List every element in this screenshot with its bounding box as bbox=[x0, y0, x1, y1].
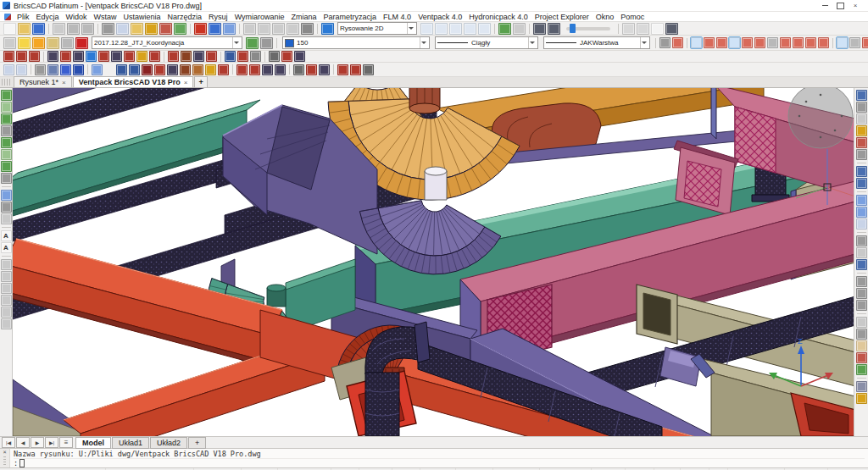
drawing-viewport[interactable]: Z bbox=[13, 88, 854, 436]
regen-icon[interactable] bbox=[92, 64, 103, 75]
hp-table-icon[interactable] bbox=[363, 64, 374, 75]
hp-list-1-icon[interactable] bbox=[337, 64, 348, 75]
hp-fitting-icon[interactable] bbox=[192, 64, 203, 75]
open-file-icon[interactable] bbox=[18, 23, 31, 35]
break-icon[interactable] bbox=[856, 317, 867, 328]
render-ball-icon[interactable] bbox=[856, 381, 867, 392]
solid-box-icon[interactable] bbox=[47, 64, 58, 75]
match-props-2-icon[interactable] bbox=[856, 137, 867, 148]
match-properties-icon[interactable] bbox=[159, 23, 172, 35]
save-icon[interactable] bbox=[32, 23, 45, 35]
snap-clear-icon[interactable] bbox=[837, 37, 848, 48]
vp-fitting-d-icon[interactable] bbox=[206, 51, 217, 62]
hp-radiator-icon[interactable] bbox=[154, 64, 165, 75]
vp-tee-icon[interactable] bbox=[29, 51, 40, 62]
properties-panel-icon[interactable] bbox=[287, 23, 299, 35]
vp-calc-icon[interactable] bbox=[225, 51, 236, 62]
hp-tool-2-icon[interactable] bbox=[249, 64, 260, 75]
vp-fitting-a-icon[interactable] bbox=[168, 51, 179, 62]
block-create-icon[interactable] bbox=[1, 102, 12, 113]
hp-pump-2-icon[interactable] bbox=[129, 64, 140, 75]
vp-fan-icon[interactable] bbox=[98, 51, 109, 62]
move-icon[interactable] bbox=[856, 90, 867, 101]
close-icon[interactable]: × bbox=[184, 79, 188, 86]
snap-perpendicular-icon[interactable] bbox=[754, 37, 765, 48]
print-icon[interactable] bbox=[67, 23, 80, 35]
layers-panel-icon[interactable] bbox=[272, 23, 285, 35]
array-rect-icon[interactable] bbox=[856, 218, 867, 229]
hatch-edit-icon[interactable] bbox=[856, 340, 867, 351]
new-file-icon[interactable] bbox=[3, 23, 16, 35]
paste-icon[interactable] bbox=[131, 23, 143, 35]
format-brush-2-icon[interactable] bbox=[856, 125, 867, 136]
menu-zmiana[interactable]: Zmiana bbox=[288, 13, 320, 21]
vp-list-a-icon[interactable] bbox=[269, 51, 280, 62]
layer-manager-icon[interactable] bbox=[3, 37, 16, 49]
zoom-previous-icon[interactable] bbox=[478, 23, 491, 35]
vp-grille-icon[interactable] bbox=[111, 51, 122, 62]
menu-wymiarowanie[interactable]: Wymiarowanie bbox=[231, 13, 288, 21]
chamfer-icon[interactable] bbox=[856, 300, 867, 311]
command-panel[interactable]: × Nazwa rysunku: U:/Pliki dwg/Ventpack B… bbox=[0, 448, 868, 467]
hp-gear-icon[interactable] bbox=[306, 64, 317, 75]
layer-plot-printer-icon[interactable] bbox=[61, 37, 74, 49]
hp-edit-icon[interactable] bbox=[319, 64, 330, 75]
layout-tool-2-icon[interactable] bbox=[1, 271, 12, 282]
center-mark-icon[interactable] bbox=[856, 178, 867, 189]
delete-icon[interactable] bbox=[194, 23, 207, 35]
menu-hydronicpack-4-0[interactable]: Hydronicpack 4.0 bbox=[465, 13, 531, 21]
hp-pump-1-icon[interactable] bbox=[116, 64, 127, 75]
vp-diffuser-icon[interactable] bbox=[124, 51, 135, 62]
hp-tool-3-icon[interactable] bbox=[262, 64, 273, 75]
snap-midpoint-icon[interactable] bbox=[704, 37, 715, 48]
copy-icon[interactable] bbox=[116, 23, 129, 35]
hp-list-2-icon[interactable] bbox=[350, 64, 361, 75]
layout-nav-2[interactable]: ▶ bbox=[31, 437, 44, 448]
offset-icon[interactable] bbox=[856, 247, 867, 258]
sun-light-icon[interactable] bbox=[856, 393, 867, 404]
extend-icon[interactable] bbox=[856, 276, 867, 287]
hp-boiler-icon[interactable] bbox=[167, 64, 178, 75]
snap-intersection-icon[interactable] bbox=[805, 37, 816, 48]
viewport-config-icon[interactable] bbox=[622, 23, 635, 35]
vp-edit-icon[interactable] bbox=[237, 51, 248, 62]
vp-duct-icon[interactable] bbox=[3, 51, 14, 62]
fillet-icon[interactable] bbox=[856, 288, 867, 299]
hp-tank-icon[interactable] bbox=[205, 64, 216, 75]
layout-nav-1[interactable]: ◀ bbox=[16, 437, 30, 448]
menu-wstaw[interactable]: Wstaw bbox=[91, 13, 120, 21]
workspace-dropdown[interactable]: Rysowanie 2D bbox=[337, 22, 417, 35]
polygon-icon[interactable] bbox=[1, 202, 12, 213]
layout-nav-0[interactable]: |◀ bbox=[2, 437, 15, 448]
hp-tool-1-icon[interactable] bbox=[236, 64, 248, 75]
drawing-explorer-icon[interactable] bbox=[243, 23, 256, 35]
3d-box-icon[interactable] bbox=[637, 23, 649, 35]
format-brush-icon[interactable] bbox=[145, 23, 158, 35]
text-style[interactable]: A bbox=[1, 230, 12, 241]
vp-table-icon[interactable] bbox=[294, 51, 305, 62]
snap-none-icon[interactable] bbox=[849, 37, 860, 48]
doc-tab-ventpack-bricscad-v18-pro[interactable]: Ventpack BricsCAD V18 Pro× bbox=[73, 76, 194, 87]
array-icon[interactable] bbox=[856, 149, 867, 160]
layout-tool-4-icon[interactable] bbox=[1, 295, 12, 306]
hatch-icon[interactable] bbox=[1, 190, 12, 201]
block-insert-icon[interactable] bbox=[1, 90, 12, 101]
mirror-icon[interactable] bbox=[856, 195, 867, 206]
layer-on-bulb-icon[interactable] bbox=[18, 37, 31, 49]
render-icon[interactable] bbox=[548, 23, 560, 35]
layer-lock-icon[interactable] bbox=[47, 37, 59, 49]
layout-tab-uk-ad1[interactable]: Układ1 bbox=[112, 437, 149, 449]
block-ref-icon[interactable] bbox=[1, 149, 12, 160]
hp-pipe-icon[interactable] bbox=[180, 64, 191, 75]
zoom-in-icon[interactable] bbox=[435, 23, 448, 35]
menu-flm-4-0[interactable]: FLM 4.0 bbox=[380, 13, 415, 21]
layout-tool-5-icon[interactable] bbox=[1, 307, 12, 318]
menu-plik[interactable]: Plik bbox=[14, 13, 33, 21]
block-edit-icon[interactable] bbox=[1, 113, 12, 124]
select-similar-icon[interactable] bbox=[174, 23, 186, 35]
vp-offset-icon[interactable] bbox=[60, 51, 71, 62]
vp-list-b-icon[interactable] bbox=[281, 51, 292, 62]
snap-endpoint-icon[interactable] bbox=[691, 37, 702, 48]
vp-damper-icon[interactable] bbox=[86, 51, 97, 62]
layout-tool-6-icon[interactable] bbox=[1, 318, 12, 329]
